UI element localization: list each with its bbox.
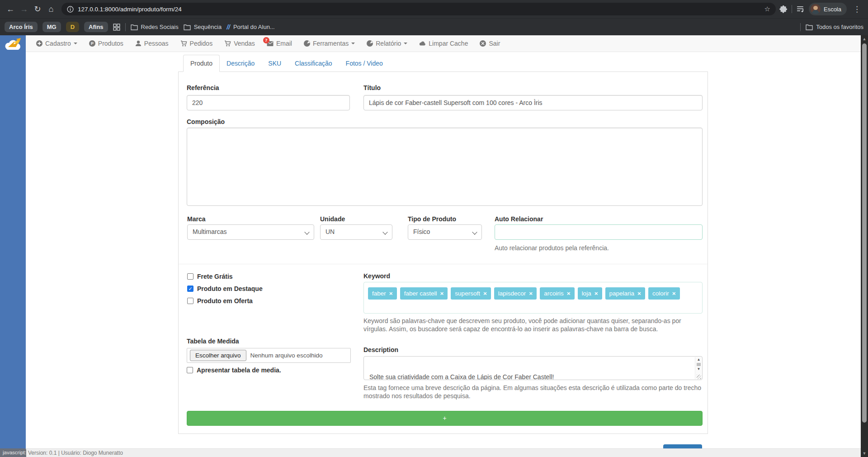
remove-tag-icon[interactable] xyxy=(389,290,393,297)
remove-tag-icon[interactable] xyxy=(672,290,676,297)
bookmark-star-icon[interactable]: ☆ xyxy=(764,5,770,13)
scroll-up-icon[interactable]: ▲ xyxy=(861,35,868,43)
keyword-tag: loja xyxy=(578,287,602,300)
navbar-item-limpar-cache[interactable]: Limpar Cache xyxy=(413,35,474,52)
tag-label: arcoiris xyxy=(544,290,564,297)
scroll-down-icon[interactable]: ▼ xyxy=(695,367,702,372)
remove-tag-icon[interactable] xyxy=(529,290,533,297)
footer-text: Version: 0.1 | Usuário: Diogo Muneratto xyxy=(28,450,123,456)
auto-relacionar-label: Auto Relacionar xyxy=(495,215,543,223)
auto-relacionar-input[interactable] xyxy=(495,224,703,240)
unidade-label: Unidade xyxy=(320,215,345,223)
avatar xyxy=(811,4,821,14)
produto-em-oferta-checkbox[interactable]: Produto em Oferta xyxy=(187,297,253,305)
remove-tag-icon[interactable] xyxy=(594,290,598,297)
navbar-item-cadastro[interactable]: Cadastro xyxy=(30,35,83,52)
produto-em-destaque-checkbox[interactable]: Produto em Destaque xyxy=(187,285,263,292)
cloud-arrow-logo-icon[interactable] xyxy=(4,37,22,51)
back-icon[interactable]: ← xyxy=(4,2,17,16)
browser-menu-icon[interactable]: ⋮ xyxy=(851,5,863,14)
tab-classificacao[interactable]: Classificação xyxy=(288,55,339,71)
keyword-label: Keyword xyxy=(363,272,390,280)
navbar-label: Vendas xyxy=(234,40,255,47)
bookmark-pill-d[interactable]: D xyxy=(66,22,79,32)
bookmark-portal-do-aluno[interactable]: // Portal do Alun... xyxy=(226,24,275,31)
checkbox-checked-icon[interactable] xyxy=(187,286,193,292)
remove-tag-icon[interactable] xyxy=(440,290,443,297)
site-info-icon[interactable] xyxy=(67,6,74,13)
referencia-input[interactable] xyxy=(187,95,350,110)
titulo-input[interactable] xyxy=(363,95,703,110)
pie-icon xyxy=(367,40,373,47)
checkbox-label: Produto em Oferta xyxy=(197,297,253,305)
keyword-tag: faber xyxy=(368,287,397,300)
tag-label: colorir xyxy=(652,290,669,297)
caret-down-icon xyxy=(404,43,407,46)
bookmark-pill-mg[interactable]: MG xyxy=(42,22,61,32)
profile-chip[interactable]: Escola xyxy=(809,3,847,15)
reload-icon[interactable]: ↻ xyxy=(31,2,44,16)
keyword-tags-input[interactable]: faber faber castell supersoft lapisdecor… xyxy=(363,282,703,314)
home-icon[interactable]: ⌂ xyxy=(44,2,58,16)
remove-tag-icon[interactable] xyxy=(567,290,571,297)
all-bookmarks-folder[interactable]: Todos os favoritos xyxy=(806,24,863,30)
address-bar[interactable]: 127.0.0.1:8000/admin/produto/form/24 ☆ xyxy=(61,3,776,15)
choose-file-button[interactable]: Escolher arquivo xyxy=(190,350,246,361)
navbar-label: Produtos xyxy=(98,40,123,47)
extensions-icon[interactable] xyxy=(779,5,787,13)
forward-icon[interactable]: → xyxy=(17,2,31,16)
folder-icon xyxy=(806,24,813,30)
tab-descricao[interactable]: Descrição xyxy=(220,55,261,71)
navbar-item-vendas[interactable]: Vendas xyxy=(218,35,261,52)
marca-select[interactable]: Multimarcas xyxy=(187,224,314,240)
bookmark-pill-afins[interactable]: Afins xyxy=(84,22,108,32)
scrollbar-thumb[interactable] xyxy=(862,43,867,423)
envelope-icon-wrap: 7 xyxy=(267,41,274,47)
description-textarea[interactable]: Solte sua criatividade com a Caixa de Lá… xyxy=(363,356,703,380)
scroll-up-icon[interactable]: ▲ xyxy=(695,357,702,362)
apresentar-tabela-checkbox[interactable]: Apresentar tabela de media. xyxy=(187,367,281,374)
navbar-item-ferramentas[interactable]: Ferramentas xyxy=(298,35,361,52)
checkbox-unchecked-icon[interactable] xyxy=(187,298,193,304)
app-footer: Version: 0.1 | Usuário: Diogo Muneratto xyxy=(26,448,861,457)
referencia-label: Referência xyxy=(187,84,219,91)
apps-grid-icon[interactable] xyxy=(113,24,120,31)
scroll-thumb[interactable] xyxy=(697,363,701,366)
navbar-item-email[interactable]: 7 Email xyxy=(261,35,298,52)
tipo-produto-select[interactable]: Físico xyxy=(408,224,482,240)
navbar-item-pedidos[interactable]: Pedidos xyxy=(175,35,219,52)
tab-panel-produto: Referência Título Composição Marca Multi… xyxy=(178,72,708,434)
navbar-item-produtos[interactable]: P Produtos xyxy=(83,35,129,52)
remove-tag-icon[interactable] xyxy=(637,290,641,297)
form-container: Produto Descrição SKU Classificação Foto… xyxy=(178,53,708,434)
add-button[interactable]: + xyxy=(187,411,703,426)
navbar-item-pessoas[interactable]: Pessoas xyxy=(129,35,175,52)
composicao-textarea[interactable] xyxy=(187,128,703,206)
bookmark-folder-redes-sociais[interactable]: Redes Sociais xyxy=(131,24,179,30)
tab-produto[interactable]: Produto xyxy=(183,55,220,72)
frete-gratis-checkbox[interactable]: Frete Grátis xyxy=(187,273,233,280)
tabela-medida-file-input[interactable]: Escolher arquivo Nenhum arquivo escolhid… xyxy=(187,348,351,363)
caret-down-icon xyxy=(351,43,355,46)
navbar-item-relatorio[interactable]: Relatório xyxy=(361,35,413,52)
tab-fotos-video[interactable]: Fotos / Video xyxy=(339,55,390,71)
cart-icon xyxy=(224,40,231,47)
navbar-label: Cadastro xyxy=(45,40,71,47)
page-scrollbar[interactable]: ▲ ▼ xyxy=(861,35,868,457)
checkbox-unchecked-icon[interactable] xyxy=(187,273,193,280)
checkbox-unchecked-icon[interactable] xyxy=(187,367,193,373)
navbar-item-sair[interactable]: Sair xyxy=(474,35,506,52)
scroll-down-icon[interactable]: ▼ xyxy=(861,450,868,457)
tab-sku[interactable]: SKU xyxy=(261,55,288,71)
unidade-select[interactable]: UN xyxy=(320,224,392,240)
resize-grip-icon[interactable] xyxy=(697,375,701,379)
bookmark-pill-arco-iris[interactable]: Arco Íris xyxy=(5,22,38,32)
bookmark-folder-sequencia[interactable]: Sequência xyxy=(184,24,222,30)
description-text: Solte sua criatividade com a Caixa de Lá… xyxy=(364,357,702,380)
tag-label: lapisdecor xyxy=(498,290,526,297)
remove-tag-icon[interactable] xyxy=(483,290,487,297)
tag-label: papelaria xyxy=(609,290,635,297)
bookmark-folder-label: Redes Sociais xyxy=(141,24,179,30)
navbar-label: Limpar Cache xyxy=(429,40,468,47)
playlist-side-panel-icon[interactable] xyxy=(797,5,804,13)
